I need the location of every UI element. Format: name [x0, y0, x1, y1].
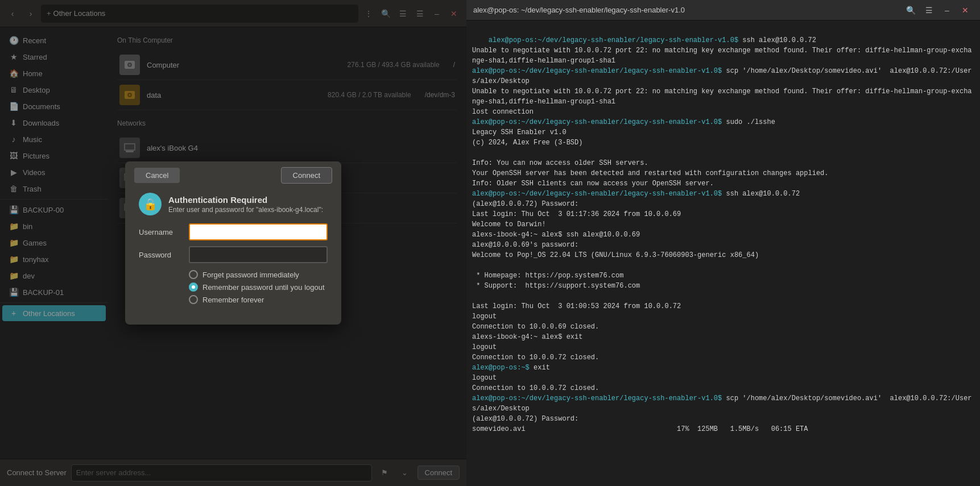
terminal: alex@pop-os: ~/dev/legacy-ssh-enabler/le… [466, 0, 980, 486]
radio-forever-label: Remember forever [202, 296, 264, 304]
term-prompt-4: alex@pop-os:~/dev/legacy-ssh-enabler/leg… [472, 190, 722, 198]
radio-until-logout-label: Remember password until you logout [202, 283, 325, 292]
lock-icon: 🔒 [139, 193, 162, 215]
dialog-body: 🔒 Authentication Required Enter user and… [125, 184, 341, 325]
radio-forever-circle [189, 295, 198, 304]
progress-line: somevideo.avi 17% 125MB 1.5MB/s 06:15 ET… [472, 425, 808, 433]
password-input[interactable] [189, 246, 328, 263]
username-field: Username [139, 223, 328, 240]
terminal-search-button[interactable]: 🔍 [903, 2, 919, 18]
term-prompt-2: alex@pop-os:~/dev/legacy-ssh-enabler/leg… [472, 67, 722, 75]
radio-forget[interactable]: Forget password immediately [189, 270, 328, 279]
radio-until-logout-circle [189, 283, 198, 292]
terminal-menu-button[interactable]: ☰ [921, 2, 937, 18]
radio-remember-forever[interactable]: Remember forever [189, 295, 328, 304]
terminal-header-actions: 🔍 ☰ – ✕ [903, 2, 973, 18]
password-field: Password [139, 246, 328, 263]
radio-forget-label: Forget password immediately [202, 271, 299, 279]
term-prompt-1: alex@pop-os:~/dev/legacy-ssh-enabler/leg… [489, 36, 738, 44]
term-prompt-6: alex@pop-os:~/dev/legacy-ssh-enabler/leg… [472, 394, 722, 402]
password-label: Password [139, 251, 184, 259]
cancel-button[interactable]: Cancel [134, 168, 180, 183]
dialog-header: 🔒 Authentication Required Enter user and… [139, 193, 328, 215]
username-label: Username [139, 228, 184, 236]
terminal-minimize-button[interactable]: – [939, 2, 955, 18]
term-prompt-5: alex@pop-os:~$ [472, 364, 530, 372]
radio-group: Forget password immediately Remember pas… [189, 270, 328, 304]
dialog-title: Authentication Required [168, 195, 323, 205]
radio-until-logout[interactable]: Remember password until you logout [189, 283, 328, 292]
auth-dialog: Cancel Connect 🔒 Authentication Required… [125, 161, 341, 325]
auth-dialog-overlay: Cancel Connect 🔒 Authentication Required… [0, 0, 466, 486]
terminal-title: alex@pop-os: ~/dev/legacy-ssh-enabler/le… [473, 6, 685, 14]
terminal-body[interactable]: alex@pop-os:~/dev/legacy-ssh-enabler/leg… [466, 20, 980, 486]
terminal-close-button[interactable]: ✕ [957, 2, 973, 18]
username-input[interactable] [189, 223, 328, 240]
terminal-header: alex@pop-os: ~/dev/legacy-ssh-enabler/le… [466, 0, 980, 20]
term-prompt-3: alex@pop-os:~/dev/legacy-ssh-enabler/leg… [472, 118, 722, 126]
radio-forget-circle [189, 270, 198, 279]
connect-button[interactable]: Connect [281, 167, 332, 184]
dialog-subtitle: Enter user and password for "alexs-ibook… [168, 206, 323, 214]
